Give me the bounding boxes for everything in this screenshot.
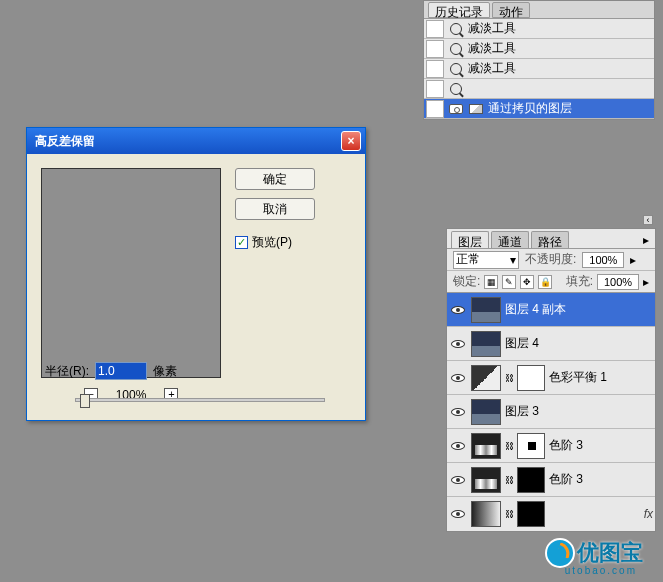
- tab-actions[interactable]: 动作: [492, 2, 530, 18]
- chevron-right-icon[interactable]: ▸: [630, 253, 636, 267]
- layer-name: 色阶 3: [549, 471, 583, 488]
- history-item[interactable]: 减淡工具: [424, 39, 654, 59]
- history-cell-icon: [426, 100, 444, 118]
- preview-checkbox[interactable]: ✓: [235, 236, 248, 249]
- radius-input[interactable]: [95, 362, 147, 380]
- lock-transparency-icon[interactable]: ▦: [484, 275, 498, 289]
- opacity-label: 不透明度:: [525, 251, 576, 268]
- layer-name: 图层 4 副本: [505, 301, 566, 318]
- preview-checkbox-label: 预览(P): [252, 234, 292, 251]
- visibility-toggle[interactable]: [449, 439, 467, 453]
- layer-mask-thumbnail[interactable]: [517, 501, 545, 527]
- link-icon: ⛓: [505, 441, 513, 451]
- history-panel: 历史记录 动作 减淡工具 磨皮技巧论坛 WWW.MISSYUAN.COM 减淡工…: [423, 0, 655, 120]
- history-item-label: 减淡工具: [468, 20, 516, 37]
- layer-thumbnail[interactable]: [471, 399, 501, 425]
- visibility-toggle[interactable]: [449, 405, 467, 419]
- history-cell-icon: [426, 60, 444, 78]
- opacity-field[interactable]: 100%: [582, 252, 624, 268]
- eye-icon: [451, 306, 465, 314]
- blend-mode-select[interactable]: 正常 ▾: [453, 251, 519, 269]
- brand-name: 优图宝: [577, 538, 643, 568]
- layer-mask-thumbnail[interactable]: [517, 433, 545, 459]
- chevron-right-icon[interactable]: ▸: [643, 275, 649, 289]
- history-item-label: 减淡工具: [468, 40, 516, 57]
- eye-icon: [451, 476, 465, 484]
- layer-row[interactable]: 图层 3: [447, 395, 655, 429]
- visibility-toggle[interactable]: [449, 371, 467, 385]
- layer-mask-thumbnail[interactable]: [517, 365, 545, 391]
- panel-collapse-icon[interactable]: ‹: [643, 215, 653, 225]
- history-cell-icon: [426, 20, 444, 38]
- layer-mask-thumbnail[interactable]: [517, 467, 545, 493]
- slider-thumb[interactable]: [80, 394, 90, 408]
- fill-field[interactable]: 100%: [597, 274, 639, 290]
- visibility-toggle[interactable]: [449, 337, 467, 351]
- dialog-title: 高反差保留: [31, 133, 341, 150]
- levels-thumbnail[interactable]: [471, 433, 501, 459]
- magnifier-icon: [448, 63, 464, 75]
- link-icon: ⛓: [505, 373, 513, 383]
- blend-mode-value: 正常: [456, 251, 480, 268]
- radius-unit: 像素: [153, 363, 177, 380]
- magnifier-icon: [448, 43, 464, 55]
- chevron-down-icon: ▾: [510, 253, 516, 267]
- tab-paths[interactable]: 路径: [531, 231, 569, 248]
- tab-history[interactable]: 历史记录: [428, 2, 490, 18]
- dialog-titlebar[interactable]: 高反差保留 ×: [27, 128, 365, 154]
- close-icon[interactable]: ×: [341, 131, 361, 151]
- magnifier-icon: [448, 83, 464, 95]
- layer-row[interactable]: ⛓ 色彩平衡 1: [447, 361, 655, 395]
- layer-name: 色阶 3: [549, 437, 583, 454]
- history-item[interactable]: 减淡工具 磨皮技巧论坛 WWW.MISSYUAN.COM: [424, 19, 654, 39]
- lock-move-icon[interactable]: ✥: [520, 275, 534, 289]
- cancel-button[interactable]: 取消: [235, 198, 315, 220]
- visibility-toggle[interactable]: [449, 507, 467, 521]
- layer-row[interactable]: 图层 4 副本: [447, 293, 655, 327]
- layer-thumbnail[interactable]: [471, 501, 501, 527]
- history-item[interactable]: 减淡工具: [424, 59, 654, 79]
- history-item-label: 通过拷贝的图层: [488, 100, 572, 117]
- layer-row[interactable]: ⛓ 色阶 3: [447, 429, 655, 463]
- preview-area[interactable]: [41, 168, 221, 378]
- layers-panel: ‹ 图层 通道 路径 ▸ 正常 ▾ 不透明度: 100% ▸ 锁定: ▦ ✎ ✥…: [446, 228, 656, 532]
- radius-label: 半径(R):: [45, 363, 89, 380]
- link-icon: ⛓: [505, 475, 513, 485]
- layer-thumbnail[interactable]: [471, 297, 501, 323]
- new-layer-icon: [468, 104, 484, 114]
- camera-icon: [448, 104, 464, 114]
- eye-icon: [451, 374, 465, 382]
- history-cell-icon: [426, 80, 444, 98]
- eye-icon: [451, 510, 465, 518]
- fill-label: 填充:: [566, 273, 593, 290]
- panel-menu-icon[interactable]: ▸: [641, 231, 651, 248]
- tab-layers[interactable]: 图层: [451, 231, 489, 248]
- brand-logo-icon: [545, 538, 575, 568]
- tab-channels[interactable]: 通道: [491, 231, 529, 248]
- layer-thumbnail[interactable]: [471, 331, 501, 357]
- layer-row[interactable]: 图层 4: [447, 327, 655, 361]
- layer-name: 图层 3: [505, 403, 539, 420]
- watermark-bottom: 优图宝: [545, 538, 643, 568]
- fx-label: fx: [644, 507, 653, 521]
- layer-name: 色彩平衡 1: [549, 369, 607, 386]
- layer-row[interactable]: ⛓ fx: [447, 497, 655, 531]
- radius-slider[interactable]: [75, 398, 325, 402]
- link-icon: ⛓: [505, 509, 513, 519]
- adjustment-thumbnail[interactable]: [471, 365, 501, 391]
- brand-url: utobao.com: [565, 565, 637, 576]
- lock-label: 锁定:: [453, 273, 480, 290]
- lock-all-icon[interactable]: 🔒: [538, 275, 552, 289]
- magnifier-icon: [448, 23, 464, 35]
- history-item-selected[interactable]: 通过拷贝的图层: [424, 99, 654, 119]
- layer-name: 图层 4: [505, 335, 539, 352]
- visibility-toggle[interactable]: [449, 303, 467, 317]
- visibility-toggle[interactable]: [449, 473, 467, 487]
- levels-thumbnail[interactable]: [471, 467, 501, 493]
- eye-icon: [451, 340, 465, 348]
- history-item[interactable]: 通过拷贝的图层: [424, 79, 654, 99]
- ok-button[interactable]: 确定: [235, 168, 315, 190]
- lock-brush-icon[interactable]: ✎: [502, 275, 516, 289]
- high-pass-dialog: 高反差保留 × − 100% + 确定 取消 ✓ 预览(P) 半径(R): 像素: [26, 127, 366, 421]
- layer-row[interactable]: ⛓ 色阶 3: [447, 463, 655, 497]
